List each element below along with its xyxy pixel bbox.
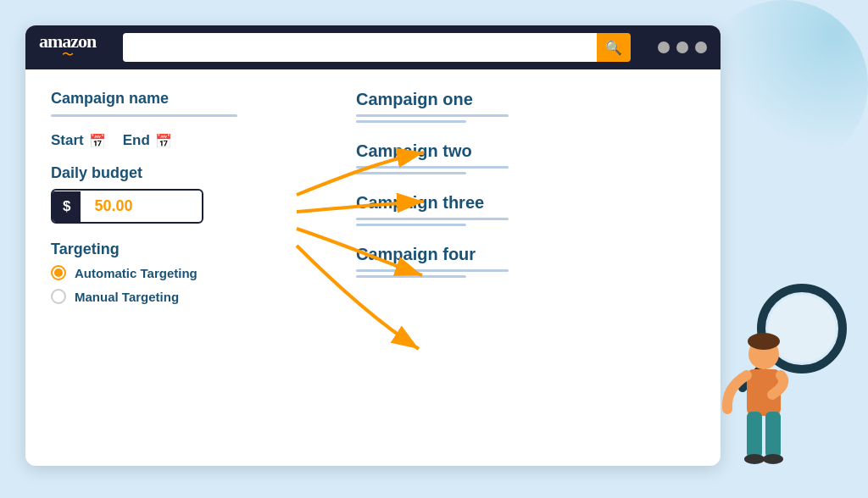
- campaign-name-underline: [51, 114, 237, 117]
- budget-box: $ 50.00: [51, 189, 203, 224]
- svg-point-10: [763, 454, 783, 464]
- start-calendar-icon[interactable]: 📅: [89, 133, 106, 149]
- campaign-item-4: Campaign four: [356, 245, 695, 278]
- campaign-name-label: Campaign name: [51, 90, 305, 108]
- campaign-four-line2: [356, 275, 466, 278]
- bg-decoration: [698, 0, 868, 169]
- budget-currency: $: [53, 191, 81, 222]
- search-input[interactable]: [123, 33, 597, 62]
- campaign-three-line2: [356, 224, 466, 226]
- amazon-arrow-icon: 〜: [62, 47, 74, 63]
- browser-window: amazon 〜 🔍 Campaign name Start 📅: [25, 25, 721, 466]
- window-dot-1: [658, 42, 670, 53]
- campaign-two-line1: [356, 166, 509, 169]
- campaign-one-line2: [356, 120, 466, 123]
- svg-rect-8: [765, 412, 781, 458]
- right-panel: Campaign one Campaign two Campaign three…: [322, 90, 695, 445]
- campaign-four-title: Campaign four: [356, 245, 695, 264]
- date-row: Start 📅 End 📅: [51, 132, 305, 149]
- search-bar-container: 🔍: [123, 33, 631, 62]
- campaign-one-line1: [356, 114, 509, 117]
- end-calendar-icon[interactable]: 📅: [155, 133, 172, 149]
- svg-rect-7: [747, 412, 762, 458]
- window-dot-2: [676, 42, 688, 53]
- campaign-item-3: Campaign three: [356, 193, 695, 226]
- campaign-two-title: Campaign two: [356, 141, 695, 161]
- person-illustration: [709, 252, 853, 490]
- campaign-one-title: Campaign one: [356, 90, 695, 109]
- svg-point-9: [744, 454, 765, 464]
- campaign-item-1: Campaign one: [356, 90, 695, 123]
- left-panel: Campaign name Start 📅 End 📅 Daily budget…: [51, 90, 305, 445]
- browser-titlebar: amazon 〜 🔍: [25, 25, 721, 69]
- browser-content: Campaign name Start 📅 End 📅 Daily budget…: [25, 69, 721, 466]
- radio-item-automatic[interactable]: Automatic Targeting: [51, 265, 305, 280]
- svg-point-5: [748, 333, 780, 350]
- end-label: End: [123, 132, 150, 149]
- budget-value[interactable]: 50.00: [81, 191, 146, 222]
- window-dot-3: [695, 42, 707, 53]
- start-label: Start: [51, 132, 84, 149]
- campaign-two-line2: [356, 172, 466, 174]
- end-date-item: End 📅: [123, 132, 172, 149]
- search-button[interactable]: 🔍: [597, 33, 631, 62]
- radio-manual-icon[interactable]: [51, 289, 66, 304]
- start-date-item: Start 📅: [51, 132, 106, 149]
- radio-automatic-label: Automatic Targeting: [75, 266, 198, 280]
- targeting-label: Targeting: [51, 241, 305, 258]
- window-dots: [658, 42, 707, 53]
- campaign-three-title: Campaign three: [356, 193, 695, 213]
- campaign-four-line1: [356, 269, 509, 272]
- campaign-three-line1: [356, 218, 509, 220]
- daily-budget-label: Daily budget: [51, 164, 305, 182]
- amazon-logo: amazon 〜: [39, 32, 96, 63]
- campaign-item-2: Campaign two: [356, 141, 695, 174]
- radio-manual-label: Manual Targeting: [75, 290, 179, 304]
- radio-automatic-icon[interactable]: [51, 265, 66, 280]
- targeting-section: Targeting Automatic Targeting Manual Tar…: [51, 241, 305, 304]
- radio-item-manual[interactable]: Manual Targeting: [51, 289, 305, 304]
- search-icon: 🔍: [605, 40, 622, 56]
